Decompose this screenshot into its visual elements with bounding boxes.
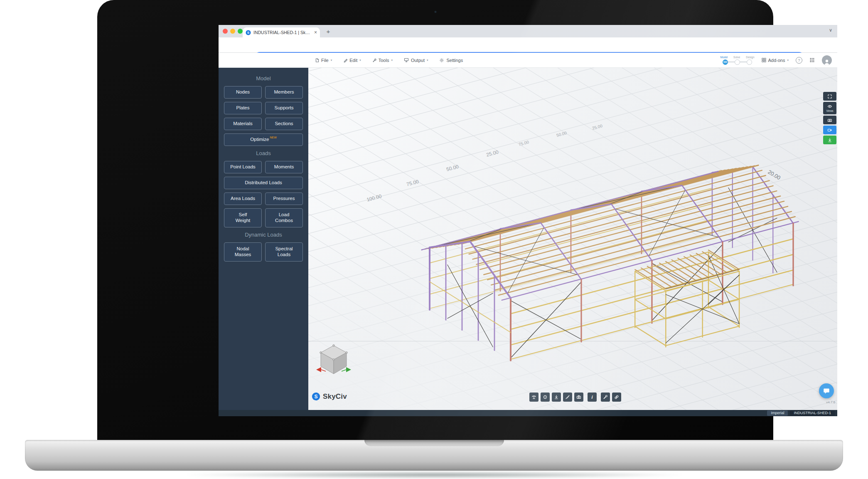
expand-view-button[interactable] xyxy=(823,92,836,101)
sidebar-button-plates[interactable]: Plates xyxy=(224,102,262,114)
orbit-button[interactable] xyxy=(541,393,550,402)
stepper-labels: Model Solve Design xyxy=(720,56,755,59)
project-name-badge[interactable]: INDUSTRIAL-SHED-1 xyxy=(790,410,835,416)
laptop-screen: S INDUSTRIAL-SHED-1 | SkyCiv × + ∨ ← → ↻ xyxy=(97,0,773,440)
sidebar-button-distributed-loads[interactable]: Distributed Loads xyxy=(224,177,303,189)
addons-menu[interactable]: Add-ons ▾ xyxy=(762,58,789,63)
browser-tab[interactable]: S INDUSTRIAL-SHED-1 | SkyCiv × xyxy=(243,27,320,37)
svg-text:S: S xyxy=(247,31,250,35)
chevron-down-icon: ▾ xyxy=(331,59,332,62)
sidebar-button-supports[interactable]: Supports xyxy=(265,102,303,114)
menu-tools[interactable]: Tools ▾ xyxy=(372,58,393,63)
optimize-label: Optimize xyxy=(250,137,269,143)
sidebar-button-area-loads[interactable]: Area Loads xyxy=(224,193,262,205)
stepper-label-solve: Solve xyxy=(733,56,740,59)
window-zoom-button[interactable] xyxy=(238,29,243,34)
eye-icon xyxy=(827,104,832,109)
stepper-connector xyxy=(740,62,747,62)
repair-tool-button[interactable] xyxy=(601,393,610,402)
browser-tabstrip: S INDUSTRIAL-SHED-1 | SkyCiv × + ∨ xyxy=(219,25,837,37)
camera-view-button[interactable] xyxy=(823,116,836,124)
menu-edit[interactable]: Edit ▾ xyxy=(343,58,361,63)
export-button[interactable] xyxy=(823,136,836,144)
sidebar-section-title-model: Model xyxy=(219,75,308,81)
person-icon xyxy=(823,59,831,65)
sidebar-button-pressures[interactable]: Pressures xyxy=(265,193,303,205)
share-link-button[interactable] xyxy=(612,393,621,402)
sidebar-button-spectral-loads[interactable]: Spectral Loads xyxy=(265,242,303,262)
model-buttons-grid: Nodes Members Plates Supports Materials … xyxy=(219,86,308,146)
menu-file[interactable]: File ▾ xyxy=(315,58,332,63)
browser-window: S INDUSTRIAL-SHED-1 | SkyCiv × + ∨ ← → ↻ xyxy=(219,25,837,416)
loads-buttons-grid: Point Loads Moments Distributed Loads Ar… xyxy=(219,161,308,227)
sidebar-button-members[interactable]: Members xyxy=(265,86,303,99)
structure-model[interactable] xyxy=(308,68,837,410)
sidebar-button-moments[interactable]: Moments xyxy=(265,161,303,173)
webcam-dot xyxy=(434,11,436,13)
svg-text:S: S xyxy=(314,394,317,400)
appbar-right-cluster: Model Solve Design S3D xyxy=(720,55,838,65)
skyciv-logo-text: SkyCiv xyxy=(323,393,347,401)
sidebar-section-title-dynamic-loads: Dynamic Loads xyxy=(219,232,308,238)
new-tab-button[interactable]: + xyxy=(324,27,332,35)
file-icon xyxy=(315,58,319,62)
stepper-step-design[interactable] xyxy=(747,59,752,65)
views-button[interactable]: Views xyxy=(823,102,836,114)
wrench-icon xyxy=(372,58,376,62)
units-badge[interactable]: Imperial xyxy=(767,410,788,416)
apps-grid-button[interactable] xyxy=(809,57,815,63)
stepper-step-model[interactable]: S3D xyxy=(723,59,728,65)
window-close-button[interactable] xyxy=(223,29,228,34)
views-label: Views xyxy=(826,109,833,112)
app-menubar: File ▾ Edit ▾ Tools ▾ xyxy=(219,53,837,68)
menu-edit-label: Edit xyxy=(349,58,357,63)
window-minimize-button[interactable] xyxy=(230,29,235,34)
skyciv-logo-icon: S xyxy=(312,392,320,401)
skyciv-logo: S SkyCiv xyxy=(312,392,347,401)
view-cube[interactable] xyxy=(315,342,352,377)
grid-icon xyxy=(762,58,766,62)
tab-search-button[interactable]: ∨ xyxy=(829,27,832,33)
user-avatar[interactable] xyxy=(822,55,832,65)
laptop-base xyxy=(25,440,843,471)
info-button[interactable]: i xyxy=(588,393,597,402)
laptop-mockup: S INDUSTRIAL-SHED-1 | SkyCiv × + ∨ ← → ↻ xyxy=(0,0,868,479)
chevron-down-icon: ▾ xyxy=(391,59,393,62)
browser-toolbar: ← → ↻ platform.skyciv.com /structural?pr… xyxy=(219,37,837,53)
tab-title: INDUSTRIAL-SHED-1 | SkyCiv xyxy=(253,30,312,35)
screenshot-button[interactable] xyxy=(574,393,583,402)
chat-bubble-icon xyxy=(823,388,830,394)
sidebar-button-nodes[interactable]: Nodes xyxy=(224,86,262,99)
download-button[interactable] xyxy=(552,393,561,402)
stepper-step-solve[interactable] xyxy=(735,59,740,65)
chevron-down-icon: ▾ xyxy=(427,59,428,62)
viewport-3d[interactable]: 100.00 75.00 50.00 25.00 75.00 50.00 25.… xyxy=(308,68,837,410)
sidebar-button-materials[interactable]: Materials xyxy=(224,118,262,130)
sidebar-button-optimize[interactable]: Optimize NEW xyxy=(224,133,303,146)
addons-label: Add-ons xyxy=(768,58,785,63)
sidebar-button-sections[interactable]: Sections xyxy=(265,118,303,130)
dynamic-buttons-grid: Nodal Masses Spectral Loads xyxy=(219,242,308,262)
status-bar: Imperial INDUSTRIAL-SHED-1 xyxy=(219,410,837,416)
menu-output-label: Output xyxy=(411,58,425,63)
viewport-bottom-toolbar: i xyxy=(529,393,621,402)
menu-settings[interactable]: Settings xyxy=(439,58,463,63)
sidebar-button-point-loads[interactable]: Point Loads xyxy=(224,161,262,173)
sidebar-button-self-weight[interactable]: Self Weight xyxy=(224,208,262,227)
menu-output[interactable]: Output ▾ xyxy=(404,58,428,63)
sidebar-button-nodal-masses[interactable]: Nodal Masses xyxy=(224,242,262,262)
render-view-button[interactable] xyxy=(823,126,836,134)
tab-close-button[interactable]: × xyxy=(314,30,317,35)
laptop-notch xyxy=(364,440,504,446)
chat-support-button[interactable] xyxy=(819,383,834,398)
stepper-label-model: Model xyxy=(720,56,728,59)
monitor-icon xyxy=(404,58,409,62)
chevron-down-icon: ▾ xyxy=(787,59,789,62)
load-scale-button[interactable] xyxy=(529,393,539,402)
ruler-button[interactable] xyxy=(563,393,572,402)
workflow-stepper: Model Solve Design S3D xyxy=(720,56,755,65)
laptop-shadow xyxy=(179,472,690,478)
sidebar-button-load-combos[interactable]: Load Combos xyxy=(265,208,303,227)
help-label: ? xyxy=(798,58,800,62)
help-button[interactable]: ? xyxy=(796,57,802,64)
